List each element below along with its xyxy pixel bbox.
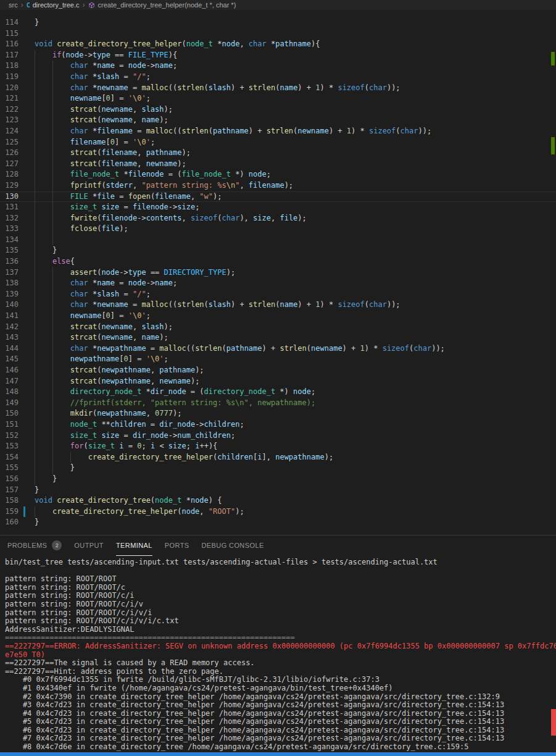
line-number[interactable]: 134 [0,235,19,246]
tab-ports[interactable]: PORTS [165,536,189,556]
code-line-134[interactable]: 134 [0,235,556,246]
code-line-130[interactable]: 130 FILE *file = fopen(filename, "w"); [0,191,556,203]
line-number[interactable]: 135 [0,245,19,256]
line-number[interactable]: 157 [0,485,19,496]
code-line-160[interactable]: 160} [0,517,556,528]
code-line-121[interactable]: 121 newname[0] = '\0'; [0,93,556,104]
tab-output[interactable]: OUTPUT [74,536,104,556]
line-number[interactable]: 151 [0,419,19,430]
code-line-156[interactable]: 156 } [0,474,556,485]
code-line-144[interactable]: 144 char *newpathname = malloc((strlen(p… [0,343,556,355]
terminal-scrollbar-error-mark[interactable] [551,709,556,736]
code-line-116[interactable]: 116void create_directory_tree_helper(nod… [0,39,556,50]
line-number[interactable]: 126 [0,148,19,159]
line-number[interactable]: 118 [0,61,19,72]
line-number[interactable]: 128 [0,169,19,180]
line-number[interactable]: 133 [0,224,19,235]
line-number[interactable]: 150 [0,408,19,419]
line-number[interactable]: 119 [0,72,19,83]
line-number[interactable]: 117 [0,50,19,61]
tab-problems[interactable]: PROBLEMS 2 [7,536,62,556]
line-number[interactable]: 145 [0,354,19,365]
code-line-138[interactable]: 138 char *name = node->name; [0,278,556,289]
code-line-152[interactable]: 152 size_t size = dir_node->num_children… [0,430,556,442]
line-number[interactable]: 155 [0,463,19,474]
line-number[interactable]: 159 [0,506,19,518]
code-line-142[interactable]: 142 strcat(newname, slash); [0,322,556,333]
code-line-141[interactable]: 141 newname[0] = '\0'; [0,311,556,322]
code-line-126[interactable]: 126 strcat(filename, pathname); [0,148,556,159]
line-number[interactable]: 153 [0,441,19,452]
code-line-154[interactable]: 154 create_directory_tree_helper(childre… [0,452,556,463]
tab-terminal[interactable]: TERMINAL [116,536,152,556]
line-number[interactable]: 156 [0,474,19,485]
code-line-159[interactable]: 159 create_directory_tree_helper(node, "… [0,506,556,518]
code-line-140[interactable]: 140 char *newname = malloc((strlen(slash… [0,300,556,311]
code-line-158[interactable]: 158void create_directory_tree(node_t *no… [0,495,556,506]
code-line-118[interactable]: 118 char *name = node->name; [0,61,556,72]
terminal-output[interactable]: bin/test_tree tests/ascending-input.txt … [0,556,556,752]
line-number[interactable]: 116 [0,39,19,50]
line-number[interactable]: 142 [0,322,19,333]
line-number[interactable]: 147 [0,376,19,387]
code-line-145[interactable]: 145 newpathname[0] = '\0'; [0,354,556,365]
line-number[interactable]: 121 [0,93,19,104]
line-number[interactable]: 146 [0,365,19,376]
line-number[interactable]: 152 [0,430,19,442]
code-line-148[interactable]: 148 directory_node_t *dir_node = (direct… [0,387,556,398]
code-line-122[interactable]: 122 strcat(newname, slash); [0,104,556,116]
code-line-119[interactable]: 119 char *slash = "/"; [0,72,556,83]
code-line-149[interactable]: 149 //fprintf(stderr, "pattern string: %… [0,398,556,409]
line-number[interactable]: 138 [0,278,19,289]
code-line-139[interactable]: 139 char *slash = "/"; [0,289,556,300]
code-line-147[interactable]: 147 strcat(newpathname, newname); [0,376,556,387]
code-line-131[interactable]: 131 size_t size = filenode->size; [0,202,556,213]
overview-ruler[interactable] [551,10,555,535]
code-line-129[interactable]: 129 fprintf(stderr, "pattern string: %s\… [0,180,556,191]
code-line-155[interactable]: 155 } [0,463,556,474]
code-line-135[interactable]: 135 } [0,245,556,256]
line-number[interactable]: 160 [0,517,19,528]
line-number[interactable]: 129 [0,180,19,191]
code-line-150[interactable]: 150 mkdir(newpathname, 0777); [0,408,556,419]
line-number[interactable]: 120 [0,83,19,94]
line-number[interactable]: 140 [0,300,19,311]
line-number[interactable]: 143 [0,332,19,343]
code-line-146[interactable]: 146 strcat(newpathname, pathname); [0,365,556,376]
code-line-153[interactable]: 153 for(size_t i = 0; i < size; i++){ [0,441,556,452]
line-number[interactable]: 144 [0,343,19,355]
code-line-115[interactable]: 115 [0,28,556,40]
line-number[interactable]: 149 [0,398,19,409]
code-line-151[interactable]: 151 node_t **children = dir_node->childr… [0,419,556,430]
code-line-137[interactable]: 137 assert(node->type == DIRECTORY_TYPE)… [0,267,556,279]
line-number[interactable]: 130 [0,191,19,203]
breadcrumb-file[interactable]: C directory_tree.c [27,1,80,9]
line-number[interactable]: 123 [0,115,19,126]
line-number[interactable]: 124 [0,126,19,137]
line-number[interactable]: 131 [0,202,19,213]
line-number[interactable]: 125 [0,137,19,148]
code-line-143[interactable]: 143 strcat(newname, name); [0,332,556,343]
line-number[interactable]: 115 [0,28,19,40]
line-number[interactable]: 122 [0,104,19,116]
code-line-132[interactable]: 132 fwrite(filenode->contents, sizeof(ch… [0,213,556,224]
code-line-125[interactable]: 125 filename[0] = '\0'; [0,137,556,148]
line-number[interactable]: 137 [0,267,19,279]
breadcrumb-folder[interactable]: src [9,1,18,9]
code-line-114[interactable]: 114} [0,17,556,28]
line-number[interactable]: 136 [0,256,19,267]
line-number[interactable]: 158 [0,495,19,506]
line-number[interactable]: 139 [0,289,19,300]
line-number[interactable]: 148 [0,387,19,398]
tab-debug-console[interactable]: DEBUG CONSOLE [202,536,264,556]
breadcrumb-symbol[interactable]: create_directory_tree_helper(node_t *, c… [98,1,236,9]
line-number[interactable]: 132 [0,213,19,224]
code-line-157[interactable]: 157} [0,485,556,496]
code-line-127[interactable]: 127 strcat(filename, newname); [0,159,556,170]
code-line-117[interactable]: 117 if(node->type == FILE_TYPE){ [0,50,556,61]
code-line-124[interactable]: 124 char *filename = malloc((strlen(path… [0,126,556,137]
line-number[interactable]: 127 [0,159,19,170]
code-line-123[interactable]: 123 strcat(newname, name); [0,115,556,126]
line-number[interactable]: 141 [0,311,19,322]
code-line-128[interactable]: 128 file_node_t *filenode = (file_node_t… [0,169,556,180]
